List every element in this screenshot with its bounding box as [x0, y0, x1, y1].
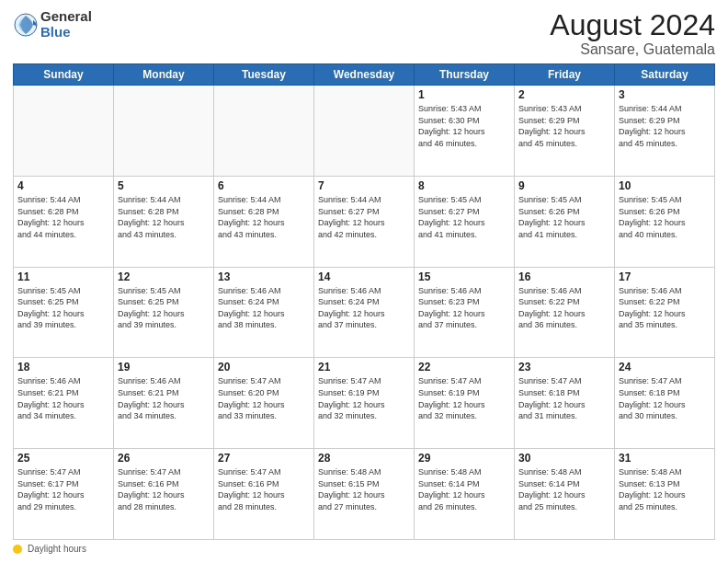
day-info: Sunrise: 5:47 AM Sunset: 6:19 PM Dayligh… [318, 375, 410, 421]
day-number: 29 [418, 452, 510, 465]
title-block: August 2024 Sansare, Guatemala [550, 9, 715, 58]
day-info: Sunrise: 5:47 AM Sunset: 6:20 PM Dayligh… [218, 375, 310, 421]
day-number: 8 [418, 179, 510, 192]
day-info: Sunrise: 5:45 AM Sunset: 6:25 PM Dayligh… [17, 285, 109, 331]
day-number: 17 [619, 270, 711, 283]
table-row: 8Sunrise: 5:45 AM Sunset: 6:27 PM Daylig… [415, 176, 515, 267]
day-info: Sunrise: 5:45 AM Sunset: 6:26 PM Dayligh… [518, 194, 610, 240]
table-row: 21Sunrise: 5:47 AM Sunset: 6:19 PM Dayli… [314, 358, 415, 449]
day-number: 15 [418, 270, 510, 283]
day-info: Sunrise: 5:44 AM Sunset: 6:28 PM Dayligh… [218, 194, 310, 240]
day-info: Sunrise: 5:48 AM Sunset: 6:13 PM Dayligh… [619, 466, 711, 512]
table-row [14, 86, 114, 177]
page: General Blue August 2024 Sansare, Guatem… [0, 0, 728, 563]
day-info: Sunrise: 5:47 AM Sunset: 6:16 PM Dayligh… [218, 466, 310, 512]
day-info: Sunrise: 5:45 AM Sunset: 6:26 PM Dayligh… [619, 194, 711, 240]
day-number: 24 [619, 361, 711, 373]
header-friday: Friday [515, 64, 615, 86]
day-info: Sunrise: 5:48 AM Sunset: 6:14 PM Dayligh… [418, 466, 510, 512]
footer-label: Daylight hours [28, 544, 86, 554]
table-row: 29Sunrise: 5:48 AM Sunset: 6:14 PM Dayli… [415, 449, 515, 540]
day-number: 6 [218, 179, 310, 192]
table-row [114, 86, 214, 177]
day-number: 20 [218, 361, 310, 373]
header-thursday: Thursday [415, 64, 515, 86]
location-subtitle: Sansare, Guatemala [550, 41, 715, 58]
table-row: 15Sunrise: 5:46 AM Sunset: 6:23 PM Dayli… [415, 267, 515, 358]
table-row: 20Sunrise: 5:47 AM Sunset: 6:20 PM Dayli… [214, 358, 314, 449]
day-info: Sunrise: 5:47 AM Sunset: 6:17 PM Dayligh… [17, 466, 109, 512]
header-wednesday: Wednesday [314, 64, 415, 86]
table-row: 24Sunrise: 5:47 AM Sunset: 6:18 PM Dayli… [615, 358, 715, 449]
day-number: 11 [17, 270, 109, 283]
day-info: Sunrise: 5:48 AM Sunset: 6:15 PM Dayligh… [318, 466, 410, 512]
calendar-table: Sunday Monday Tuesday Wednesday Thursday… [13, 63, 715, 540]
day-number: 1 [418, 88, 510, 101]
day-number: 2 [518, 88, 610, 101]
logo-general-text: General [40, 9, 92, 25]
day-info: Sunrise: 5:43 AM Sunset: 6:30 PM Dayligh… [418, 103, 510, 149]
day-info: Sunrise: 5:43 AM Sunset: 6:29 PM Dayligh… [518, 103, 610, 149]
day-info: Sunrise: 5:48 AM Sunset: 6:14 PM Dayligh… [518, 466, 610, 512]
day-number: 22 [418, 361, 510, 373]
day-info: Sunrise: 5:45 AM Sunset: 6:25 PM Dayligh… [118, 285, 210, 331]
day-number: 18 [17, 361, 109, 373]
day-info: Sunrise: 5:46 AM Sunset: 6:21 PM Dayligh… [17, 375, 109, 421]
day-number: 26 [118, 452, 210, 465]
table-row: 25Sunrise: 5:47 AM Sunset: 6:17 PM Dayli… [14, 449, 114, 540]
day-number: 23 [518, 361, 610, 373]
footer: Daylight hours [13, 544, 715, 554]
day-number: 12 [118, 270, 210, 283]
daylight-icon [13, 545, 22, 554]
day-number: 31 [619, 452, 711, 465]
table-row: 9Sunrise: 5:45 AM Sunset: 6:26 PM Daylig… [515, 176, 615, 267]
day-info: Sunrise: 5:44 AM Sunset: 6:28 PM Dayligh… [17, 194, 109, 240]
calendar-header-row: Sunday Monday Tuesday Wednesday Thursday… [14, 64, 715, 86]
table-row: 13Sunrise: 5:46 AM Sunset: 6:24 PM Dayli… [214, 267, 314, 358]
day-info: Sunrise: 5:44 AM Sunset: 6:28 PM Dayligh… [118, 194, 210, 240]
header-saturday: Saturday [615, 64, 715, 86]
table-row: 28Sunrise: 5:48 AM Sunset: 6:15 PM Dayli… [314, 449, 415, 540]
day-number: 3 [619, 88, 711, 101]
table-row: 17Sunrise: 5:46 AM Sunset: 6:22 PM Dayli… [615, 267, 715, 358]
table-row: 23Sunrise: 5:47 AM Sunset: 6:18 PM Dayli… [515, 358, 615, 449]
table-row: 16Sunrise: 5:46 AM Sunset: 6:22 PM Dayli… [515, 267, 615, 358]
day-number: 16 [518, 270, 610, 283]
day-number: 19 [118, 361, 210, 373]
day-number: 9 [518, 179, 610, 192]
table-row: 22Sunrise: 5:47 AM Sunset: 6:19 PM Dayli… [415, 358, 515, 449]
day-info: Sunrise: 5:46 AM Sunset: 6:24 PM Dayligh… [318, 285, 410, 331]
calendar-week-row: 25Sunrise: 5:47 AM Sunset: 6:17 PM Dayli… [14, 449, 715, 540]
day-info: Sunrise: 5:47 AM Sunset: 6:18 PM Dayligh… [619, 375, 711, 421]
header-sunday: Sunday [14, 64, 114, 86]
table-row: 6Sunrise: 5:44 AM Sunset: 6:28 PM Daylig… [214, 176, 314, 267]
day-info: Sunrise: 5:45 AM Sunset: 6:27 PM Dayligh… [418, 194, 510, 240]
calendar-week-row: 18Sunrise: 5:46 AM Sunset: 6:21 PM Dayli… [14, 358, 715, 449]
table-row: 14Sunrise: 5:46 AM Sunset: 6:24 PM Dayli… [314, 267, 415, 358]
day-info: Sunrise: 5:46 AM Sunset: 6:23 PM Dayligh… [418, 285, 510, 331]
table-row: 18Sunrise: 5:46 AM Sunset: 6:21 PM Dayli… [14, 358, 114, 449]
day-info: Sunrise: 5:44 AM Sunset: 6:29 PM Dayligh… [619, 103, 711, 149]
day-info: Sunrise: 5:44 AM Sunset: 6:27 PM Dayligh… [318, 194, 410, 240]
calendar-week-row: 1Sunrise: 5:43 AM Sunset: 6:30 PM Daylig… [14, 86, 715, 177]
header: General Blue August 2024 Sansare, Guatem… [13, 9, 715, 58]
logo: General Blue [13, 9, 92, 40]
table-row: 11Sunrise: 5:45 AM Sunset: 6:25 PM Dayli… [14, 267, 114, 358]
day-number: 10 [619, 179, 711, 192]
table-row: 4Sunrise: 5:44 AM Sunset: 6:28 PM Daylig… [14, 176, 114, 267]
day-number: 28 [318, 452, 410, 465]
table-row [214, 86, 314, 177]
table-row: 26Sunrise: 5:47 AM Sunset: 6:16 PM Dayli… [114, 449, 214, 540]
table-row: 1Sunrise: 5:43 AM Sunset: 6:30 PM Daylig… [415, 86, 515, 177]
logo-text: General Blue [40, 9, 92, 40]
day-number: 21 [318, 361, 410, 373]
day-number: 25 [17, 452, 109, 465]
table-row: 7Sunrise: 5:44 AM Sunset: 6:27 PM Daylig… [314, 176, 415, 267]
table-row: 27Sunrise: 5:47 AM Sunset: 6:16 PM Dayli… [214, 449, 314, 540]
table-row: 30Sunrise: 5:48 AM Sunset: 6:14 PM Dayli… [515, 449, 615, 540]
day-info: Sunrise: 5:47 AM Sunset: 6:19 PM Dayligh… [418, 375, 510, 421]
table-row: 3Sunrise: 5:44 AM Sunset: 6:29 PM Daylig… [615, 86, 715, 177]
calendar-week-row: 11Sunrise: 5:45 AM Sunset: 6:25 PM Dayli… [14, 267, 715, 358]
table-row: 19Sunrise: 5:46 AM Sunset: 6:21 PM Dayli… [114, 358, 214, 449]
day-number: 13 [218, 270, 310, 283]
